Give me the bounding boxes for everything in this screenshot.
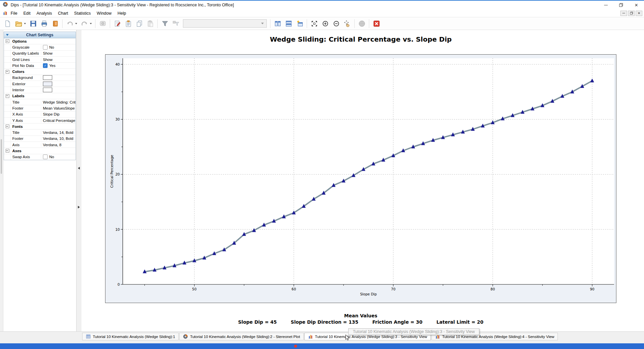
close-button[interactable]: ✕ (629, 1, 644, 9)
view-tab-2[interactable]: Tutorial 10 Kinematic Analysis (Wedge Sl… (179, 333, 303, 340)
menu-analysis[interactable]: Analysis (34, 10, 55, 17)
save-button[interactable] (28, 19, 38, 29)
settings-value-background[interactable] (41, 75, 76, 80)
settings-value-quantity-labels[interactable]: Show (41, 51, 76, 55)
taskbar-indicator-dot (294, 345, 297, 348)
menu-help[interactable]: Help (114, 10, 129, 17)
menubar: FileEditAnalysisChartStatisticsWindowHel… (0, 9, 644, 17)
chevron-down-icon (261, 23, 264, 24)
zoom-extents-button[interactable] (309, 19, 319, 29)
tile-vertical-button[interactable] (272, 19, 283, 29)
checkbox-plot-no-data[interactable]: ✓ (43, 63, 48, 68)
menu-file[interactable]: File (8, 10, 20, 17)
collapse-box-icon[interactable] (6, 39, 9, 43)
zoom-out-button[interactable] (331, 19, 341, 29)
toolbar-separator (270, 19, 270, 28)
filter-grid-button[interactable] (171, 19, 181, 29)
new-file-button[interactable] (2, 19, 13, 29)
print-button[interactable] (39, 19, 49, 29)
zoom-in-button[interactable] (320, 19, 330, 29)
toolbar-separator (369, 19, 369, 28)
dock-grip[interactable] (1, 139, 2, 174)
chart-region: Wedge Sliding: Critical Percentage vs. S… (81, 30, 644, 331)
dropdown-arrow-icon[interactable] (90, 23, 92, 24)
copy-button[interactable] (134, 19, 144, 29)
collapse-left-icon[interactable] (78, 167, 80, 170)
screen-capture-icon (99, 20, 106, 27)
expand-right-icon[interactable] (78, 206, 80, 208)
chart-bars-icon (308, 334, 313, 339)
table-icon (86, 334, 91, 339)
settings-value-y-axis[interactable]: Critical Percentage (41, 119, 76, 123)
menu-edit[interactable]: Edit (20, 10, 34, 17)
pan-button[interactable] (342, 19, 352, 29)
paste-button[interactable] (145, 19, 155, 29)
copy-data-button[interactable] (123, 19, 133, 29)
chart-title: Wedge Sliding: Critical Percentage vs. S… (105, 35, 616, 43)
open-file-button[interactable] (13, 19, 24, 29)
mdi-minimize-button[interactable] (620, 11, 627, 16)
collapse-box-icon[interactable] (6, 125, 9, 128)
settings-value-grid-lines[interactable]: Show (41, 58, 76, 62)
settings-value-footer[interactable]: Mean ValuesSlope ... (41, 106, 76, 110)
svg-text:Slope Dip: Slope Dip (360, 292, 377, 296)
settings-value-x-axis[interactable]: Slope Dip (41, 112, 76, 116)
undo-button[interactable] (65, 19, 75, 29)
dropdown-arrow-icon[interactable] (75, 23, 77, 24)
view-tab-1[interactable]: Tutorial 10 Kinematic Analysis (Wedge Sl… (82, 333, 179, 340)
sensitivity-chart[interactable]: 5060708090010203040Slope DipCritical Per… (105, 54, 616, 303)
settings-value-plot-no-data[interactable]: ✓Yes (41, 63, 76, 68)
toolbar-separator (62, 19, 63, 28)
filter-data-button[interactable] (160, 19, 170, 29)
tile-horizontal-button[interactable] (283, 19, 294, 29)
color-swatch-background[interactable] (43, 75, 52, 80)
stereonet-view-button[interactable] (357, 19, 367, 29)
redo-icon (81, 20, 88, 27)
settings-value-axis[interactable]: Verdana, 8 (41, 143, 76, 147)
restore-button[interactable] (613, 1, 629, 9)
menu-statistics[interactable]: Statistics (71, 10, 94, 17)
collapse-box-icon[interactable] (6, 149, 9, 153)
selection-combo[interactable] (183, 19, 267, 28)
mdi-close-icon: ✕ (638, 12, 640, 15)
settings-value-title[interactable]: Wedge Sliding: Criti... (41, 100, 76, 104)
settings-value-exterior[interactable] (41, 82, 76, 86)
toolbar (0, 17, 644, 30)
mdi-restore-button[interactable] (628, 11, 635, 16)
restore-icon (619, 3, 623, 7)
chevron-down-icon (6, 34, 9, 36)
settings-row-plot-no-data: Plot No Data ✓Yes (4, 62, 76, 68)
export-file-button[interactable] (50, 19, 60, 29)
tab-tooltip: Tutorial 10 Kinematic Analysis (Wedge Sl… (348, 328, 479, 335)
mdi-close-button[interactable]: ✕ (636, 11, 642, 16)
dropdown-arrow-icon[interactable] (24, 23, 26, 24)
color-swatch-exterior[interactable] (43, 82, 52, 86)
new-window-button[interactable] (294, 19, 305, 29)
collapse-box-icon[interactable] (6, 94, 9, 98)
settings-value-swap-axis[interactable]: No (41, 155, 76, 159)
svg-text:70: 70 (391, 287, 396, 291)
screen-capture-button[interactable] (97, 19, 108, 29)
redo-button[interactable] (79, 19, 89, 29)
settings-value-footer[interactable]: Verdana, 10, Bold (41, 137, 76, 141)
checkbox-swap-axis[interactable] (43, 155, 48, 159)
settings-row-title: Title Wedge Sliding: Criti... (4, 99, 76, 105)
close-view-button[interactable] (371, 19, 382, 29)
settings-value-interior[interactable] (41, 88, 76, 92)
settings-value-grayscale[interactable]: No (41, 45, 76, 50)
collapse-box-icon[interactable] (6, 70, 9, 74)
footer-param: Lateral Limit = 20 (436, 319, 483, 325)
menu-chart[interactable]: Chart (55, 10, 71, 17)
settings-section-colors: Colors (4, 68, 76, 74)
edit-properties-button[interactable] (112, 19, 122, 29)
svg-text:50: 50 (192, 287, 197, 291)
toolbar-separator (354, 19, 355, 28)
panel-splitter[interactable] (77, 30, 81, 331)
minimize-button[interactable] (598, 1, 613, 9)
settings-value-title[interactable]: Verdana, 14, Bold (41, 131, 76, 135)
color-swatch-interior[interactable] (43, 88, 52, 92)
chart-settings-header[interactable]: Chart Settings (4, 32, 76, 38)
checkbox-grayscale[interactable] (43, 45, 48, 50)
svg-text:Critical Percentage: Critical Percentage (110, 155, 114, 188)
menu-window[interactable]: Window (94, 10, 114, 17)
